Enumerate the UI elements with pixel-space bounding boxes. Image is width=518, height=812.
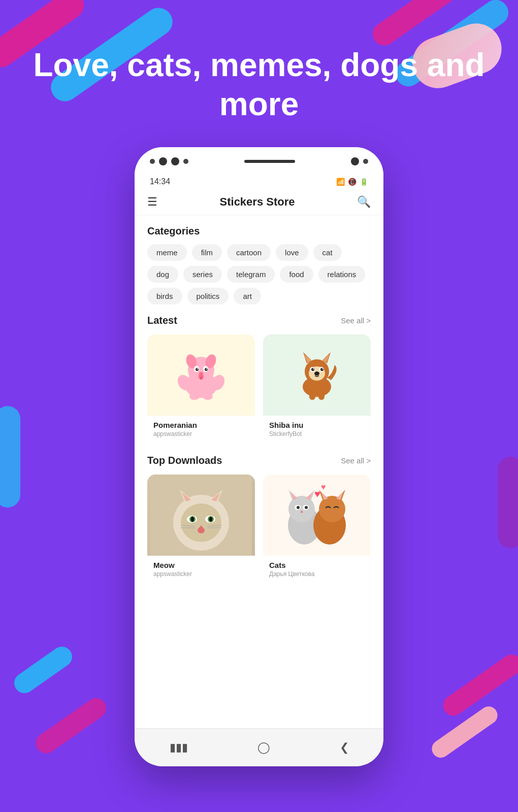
latest-see-all[interactable]: See all > (341, 316, 371, 325)
chip-series[interactable]: series (183, 266, 222, 283)
nav-back-icon[interactable]: ❮ (340, 741, 349, 754)
categories-title: Categories (147, 225, 371, 237)
search-icon[interactable]: 🔍 (357, 195, 371, 209)
svg-text:♥: ♥ (321, 483, 326, 491)
dot3 (171, 157, 179, 165)
dot1 (150, 159, 155, 164)
nav-menu-icon[interactable]: ▮▮▮ (170, 741, 188, 754)
chip-telegram[interactable]: telegram (227, 266, 275, 283)
svg-point-35 (181, 503, 221, 542)
svg-point-8 (197, 368, 198, 369)
notch-bar (244, 160, 295, 163)
cats-info: Cats Дарья Цветкова (263, 556, 371, 585)
dot4 (183, 159, 188, 164)
battery-icon: 🔋 (360, 178, 368, 186)
svg-point-7 (205, 368, 208, 371)
top-downloads-header: Top Downloads See all > (135, 455, 383, 466)
app-bar: ☰ Stickers Store 🔍 (135, 190, 383, 215)
pomeranian-name: Pomeranian (153, 421, 249, 429)
bottom-nav: ▮▮▮ ◯ ❮ (135, 728, 383, 766)
phone-content: Categories meme film cartoon love cat do… (135, 215, 383, 733)
svg-point-9 (206, 368, 207, 369)
chip-relations[interactable]: relations (318, 266, 366, 283)
card-pomeranian[interactable]: Pomeranian appswasticker (147, 334, 255, 445)
svg-point-29 (322, 368, 323, 369)
hero-title: Love, cats, memes, dogs and more (0, 46, 518, 124)
svg-text:♥: ♥ (314, 488, 320, 499)
meow-name: Meow (153, 561, 249, 569)
latest-cards: Pomeranian appswasticker (135, 334, 383, 455)
phone-mockup: 14:34 📶 📵 🔋 ☰ Stickers Store 🔍 Categorie… (135, 147, 383, 766)
chip-food[interactable]: food (280, 266, 313, 283)
top-downloads-title: Top Downloads (147, 455, 222, 466)
svg-point-16 (203, 393, 213, 400)
meow-info: Meow appswasticker (147, 556, 255, 585)
wifi-icon: 📶 (336, 178, 345, 186)
pomeranian-info: Pomeranian appswasticker (147, 416, 255, 445)
chip-cat[interactable]: cat (313, 244, 342, 261)
svg-point-30 (314, 371, 319, 376)
nav-home-icon[interactable]: ◯ (257, 741, 270, 754)
chip-art[interactable]: art (234, 288, 261, 304)
cats-author: Дарья Цветкова (269, 570, 365, 578)
categories-section: Categories meme film cartoon love cat do… (135, 215, 383, 315)
dot5 (351, 157, 359, 165)
phone-dots-right (351, 157, 368, 165)
svg-point-27 (320, 368, 323, 371)
chip-politics[interactable]: politics (187, 288, 229, 304)
signal-icon: 📵 (348, 178, 357, 186)
cats-name: Cats (269, 561, 365, 569)
svg-point-6 (196, 368, 199, 371)
chip-cartoon[interactable]: cartoon (227, 244, 271, 261)
card-shiba[interactable]: Shiba inu StickerfyBot (263, 334, 371, 445)
categories-grid: meme film cartoon love cat dog series te… (147, 244, 371, 304)
pomeranian-author: appswasticker (153, 430, 249, 437)
shiba-name: Shiba inu (269, 421, 365, 429)
svg-point-61 (297, 506, 300, 509)
svg-rect-31 (309, 392, 315, 400)
shiba-image (263, 334, 371, 416)
svg-point-62 (305, 506, 308, 509)
phone-dots (150, 157, 188, 165)
top-downloads-cards: Meow appswasticker (135, 475, 383, 595)
svg-point-28 (313, 368, 314, 369)
pomeranian-image (147, 334, 255, 416)
svg-point-45 (209, 517, 212, 522)
chip-dog[interactable]: dog (147, 266, 178, 283)
shiba-author: StickerfyBot (269, 430, 365, 437)
status-time: 14:34 (150, 177, 170, 186)
app-bar-title: Stickers Store (220, 195, 295, 209)
meow-author: appswasticker (153, 570, 249, 578)
chip-film[interactable]: film (192, 244, 222, 261)
chip-love[interactable]: love (276, 244, 308, 261)
shiba-info: Shiba inu StickerfyBot (263, 416, 371, 445)
dot6 (363, 159, 368, 164)
status-bar: 14:34 📶 📵 🔋 (135, 175, 383, 190)
svg-point-15 (189, 393, 200, 400)
phone-top (135, 147, 383, 175)
menu-icon[interactable]: ☰ (147, 195, 157, 209)
card-cats[interactable]: ♥ ♥ Cats Дарья Цветкова (263, 475, 371, 585)
cats-image: ♥ ♥ (263, 475, 371, 556)
svg-point-44 (191, 517, 194, 522)
svg-point-26 (311, 368, 314, 371)
status-icons: 📶 📵 🔋 (336, 178, 368, 186)
top-downloads-see-all[interactable]: See all > (341, 456, 371, 465)
svg-point-47 (198, 527, 205, 533)
meow-image (147, 475, 255, 556)
chip-meme[interactable]: meme (147, 244, 187, 261)
chip-birds[interactable]: birds (147, 288, 182, 304)
card-meow[interactable]: Meow appswasticker (147, 475, 255, 585)
latest-title: Latest (147, 315, 177, 326)
svg-rect-32 (318, 392, 325, 400)
dot2 (159, 157, 167, 165)
latest-section-header: Latest See all > (135, 315, 383, 326)
